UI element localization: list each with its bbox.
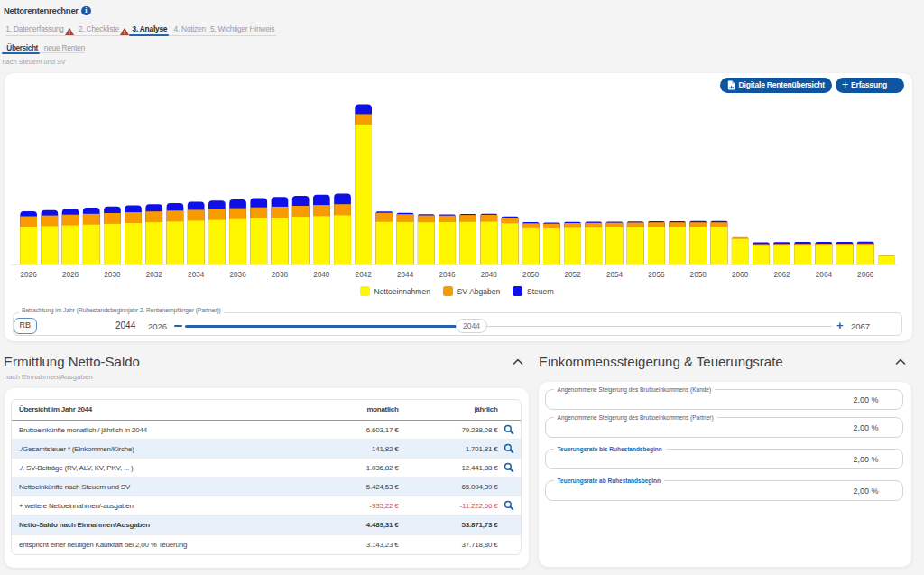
svg-text:2050: 2050 [522, 271, 540, 279]
svg-text:2052: 2052 [564, 271, 581, 279]
svg-text:2026: 2026 [20, 271, 37, 279]
svg-text:2046: 2046 [439, 271, 456, 279]
svg-text:2032: 2032 [146, 271, 163, 279]
svg-text:2040: 2040 [313, 271, 330, 279]
svg-text:2058: 2058 [690, 271, 707, 279]
svg-text:2060: 2060 [732, 271, 749, 279]
svg-text:2054: 2054 [606, 271, 624, 279]
svg-text:2066: 2066 [857, 271, 874, 279]
svg-text:2048: 2048 [481, 271, 498, 279]
svg-text:2034: 2034 [188, 271, 205, 279]
svg-text:2038: 2038 [272, 271, 289, 279]
svg-text:2042: 2042 [356, 271, 373, 279]
svg-text:2062: 2062 [773, 271, 790, 279]
svg-text:2030: 2030 [104, 271, 121, 279]
svg-text:2064: 2064 [816, 271, 833, 279]
svg-text:2028: 2028 [62, 271, 79, 279]
svg-text:2056: 2056 [648, 271, 665, 279]
svg-text:2044: 2044 [397, 271, 414, 279]
svg-text:2036: 2036 [229, 271, 246, 279]
